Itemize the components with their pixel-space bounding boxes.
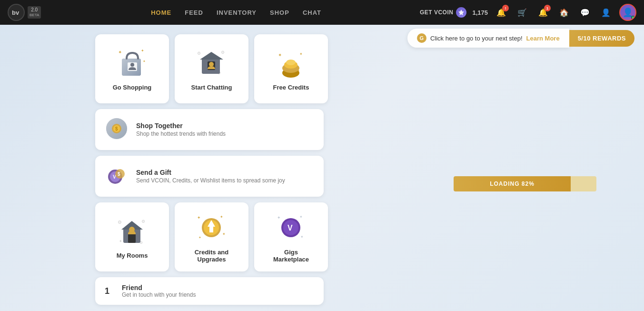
shopping-bag-icon: ✦ ✦ ✦	[116, 47, 149, 80]
svg-text:✦: ✦	[278, 52, 282, 58]
navbar: bv 2.0 BETA HOME FEED INVENTORY SHOP CHA…	[0, 0, 644, 25]
nav-chat[interactable]: CHAT	[303, 9, 321, 16]
svg-text:$: $	[118, 171, 120, 177]
notification-badge: !	[502, 5, 509, 11]
bottom-card-grid: ⚙ ⚙ ✦ ⚙ My Rooms ✦	[95, 202, 549, 271]
svg-text:✦: ✦	[300, 235, 304, 239]
svg-text:✦: ✦	[297, 69, 300, 72]
get-vcoin-button[interactable]: GET VCOIN	[420, 7, 467, 18]
vcoin-icon	[456, 7, 466, 18]
svg-text:✦: ✦	[198, 236, 201, 239]
svg-text:✦: ✦	[222, 232, 226, 236]
get-vcoin-label: GET VCOIN	[420, 9, 454, 16]
friend-card[interactable]: 1 Friend Get in touch with your friends	[95, 277, 324, 305]
friend-number: 1	[105, 286, 114, 296]
nav-shop[interactable]: SHOP	[270, 9, 289, 16]
nav-inventory[interactable]: INVENTORY	[217, 9, 257, 16]
send-gift-text: Send a Gift Send VCOIN, Credits, or Wish…	[136, 169, 285, 184]
svg-point-8	[130, 63, 134, 67]
friend-text: Friend Get in touch with your friends	[122, 284, 196, 298]
cart-badge: 1	[544, 5, 551, 11]
friend-subtitle: Get in touch with your friends	[122, 291, 196, 298]
shop-together-title: Shop Together	[136, 122, 226, 130]
go-shopping-card[interactable]: ✦ ✦ ✦	[95, 34, 169, 103]
svg-text:V: V	[287, 224, 293, 232]
svg-text:✦: ✦	[143, 60, 146, 63]
upgrade-icon: ✦ ✦ ✦ ✦	[195, 211, 228, 245]
shop-together-card[interactable]: $ Shop Together Shop the hottest trends …	[95, 109, 324, 150]
my-rooms-card[interactable]: ⚙ ⚙ ✦ ⚙ My Rooms	[95, 202, 169, 271]
svg-text:✦: ✦	[119, 239, 122, 243]
svg-text:⚙: ⚙	[118, 220, 122, 225]
rewards-count[interactable]: 5/10 REWARDS	[569, 30, 634, 47]
gigs-marketplace-card[interactable]: ✦ ✦ ✦ V Gigs Marketplace	[254, 202, 328, 271]
svg-text:✦: ✦	[118, 50, 122, 55]
start-chatting-label: Start Chatting	[191, 84, 232, 91]
logo-icon[interactable]: bv	[8, 4, 25, 21]
nav-home[interactable]: HOME	[151, 9, 171, 16]
credits-upgrades-label: Credits and Upgrades	[195, 249, 229, 263]
svg-text:⚙: ⚙	[221, 50, 225, 55]
free-credits-label: Free Credits	[273, 84, 309, 91]
gigs-icon: ✦ ✦ ✦ V	[275, 211, 308, 245]
shop-together-subtitle: Shop the hottest trends with friends	[136, 130, 226, 137]
cart-button[interactable]: 🛒	[515, 5, 530, 20]
online-indicator	[631, 16, 635, 20]
logo-area: bv 2.0 BETA	[8, 4, 41, 21]
notification-bell-button[interactable]: 🔔 1	[535, 5, 551, 20]
learn-more-link[interactable]: Learn More	[526, 35, 560, 42]
nav-links: HOME FEED INVENTORY SHOP CHAT	[52, 9, 420, 16]
svg-text:✦: ✦	[220, 215, 223, 219]
people-button[interactable]: 👤	[598, 5, 614, 20]
credits-upgrades-card[interactable]: ✦ ✦ ✦ ✦ Credits and Upgrades	[175, 202, 248, 271]
bell-button[interactable]: 🔔 !	[494, 5, 509, 20]
gigs-marketplace-label: Gigs Marketplace	[273, 249, 309, 263]
rewards-prefix: Click here to go to your next step!	[430, 35, 523, 42]
nav-feed[interactable]: FEED	[185, 9, 203, 16]
svg-marker-1	[458, 10, 464, 15]
start-chatting-card[interactable]: ⚙ ⚙ ⚙ Start Chatting	[175, 34, 248, 103]
svg-text:✦: ✦	[299, 52, 303, 56]
loading-bar-fill: LOADING 82%	[454, 176, 571, 191]
loading-label: LOADING 82%	[490, 181, 535, 187]
rooms-icon: ⚙ ⚙ ✦ ⚙	[116, 215, 149, 248]
avatar-button[interactable]: 👤	[619, 4, 636, 21]
svg-marker-13	[200, 52, 223, 60]
svg-text:⚙: ⚙	[197, 51, 201, 56]
svg-point-19	[286, 60, 296, 65]
main-content: ✦ ✦ ✦	[0, 25, 644, 311]
shop-together-icon: $	[105, 117, 129, 142]
go-shopping-label: Go Shopping	[113, 84, 152, 91]
free-credits-card[interactable]: ✦ ✦ ✦ Free Credits	[254, 34, 328, 103]
svg-point-15	[209, 62, 214, 67]
send-gift-icon: V $	[105, 163, 129, 189]
rewards-bar: G Click here to go to your next step! Le…	[407, 29, 634, 48]
my-rooms-label: My Rooms	[117, 252, 148, 259]
rewards-text: G Click here to go to your next step! Le…	[407, 29, 569, 48]
vcoin-count: 1,175	[472, 9, 488, 16]
friend-title: Friend	[122, 284, 196, 291]
send-gift-title: Send a Gift	[136, 169, 285, 176]
chat-bubble-icon: ⚙ ⚙ ⚙	[195, 47, 228, 80]
loading-bar: LOADING 82%	[454, 176, 596, 191]
shop-together-text: Shop Together Shop the hottest trends wi…	[136, 122, 226, 137]
home-button[interactable]: 🏠	[556, 5, 572, 20]
svg-text:bv: bv	[12, 9, 20, 16]
svg-text:✦: ✦	[197, 215, 201, 220]
svg-text:✦: ✦	[299, 215, 303, 219]
svg-rect-48	[209, 227, 213, 232]
send-gift-subtitle: Send VCOIN, Credits, or Wishlist items t…	[136, 177, 285, 184]
coins-icon: ✦ ✦ ✦	[275, 47, 308, 80]
svg-rect-39	[128, 233, 136, 243]
svg-text:✦: ✦	[141, 49, 144, 53]
rewards-g-icon: G	[417, 33, 426, 43]
svg-text:⚙: ⚙	[141, 219, 145, 224]
chat-button[interactable]: 💬	[577, 5, 593, 20]
svg-text:✦: ✦	[277, 215, 281, 220]
send-gift-card[interactable]: V $ Send a Gift Send VCOIN, Credits, or …	[95, 156, 324, 197]
version-badge: 2.0 BETA	[28, 6, 41, 19]
svg-text:$: $	[115, 126, 118, 131]
loading-bar-empty	[571, 176, 596, 191]
nav-right: GET VCOIN 1,175 🔔 ! 🛒 🔔 1 🏠 💬 👤 👤	[420, 4, 636, 21]
